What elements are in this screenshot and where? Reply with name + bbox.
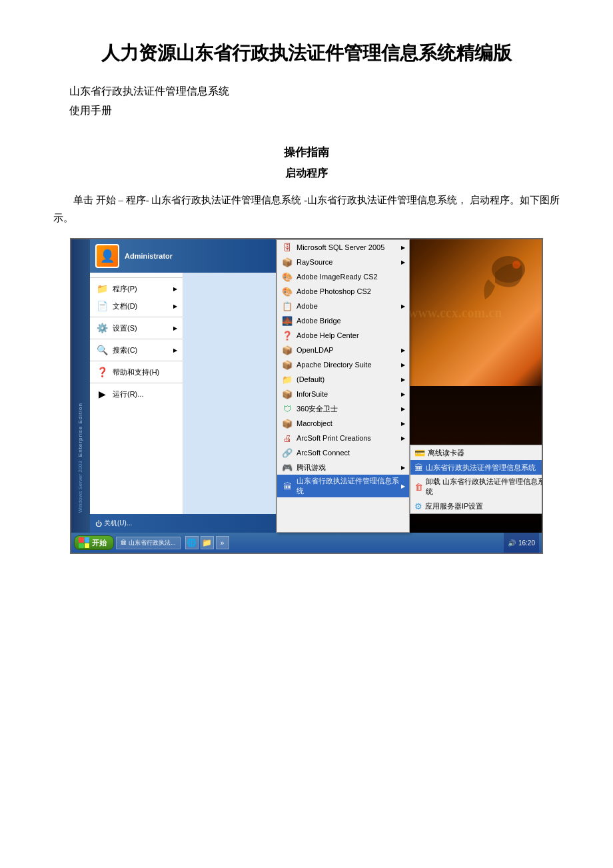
help-icon: ❓ bbox=[95, 365, 109, 379]
prog-item-tencent[interactable]: 🎮 腾讯游戏 ▶ bbox=[277, 460, 409, 475]
taskbar-tray: 🔊 16:20 bbox=[504, 533, 539, 553]
ip-setting-icon: ⚙ bbox=[414, 501, 422, 511]
sub-item-ip-setting[interactable]: ⚙ 应用服务器IP设置 bbox=[410, 499, 543, 513]
start-button[interactable]: 开始 bbox=[74, 535, 114, 550]
subtitle-1: 山东省行政执法证件管理信息系统 bbox=[69, 85, 560, 99]
start-menu-panel: 👤 Administrator 📁 程序(P) ▶ 📄 bbox=[90, 239, 277, 533]
tencent-icon: 🎮 bbox=[281, 461, 293, 473]
taskbar-more-icon[interactable]: » bbox=[216, 536, 229, 549]
start-label: 开始 bbox=[92, 538, 107, 548]
sm-top-strip: 👤 Administrator bbox=[90, 239, 276, 273]
adobe-icon: 📋 bbox=[281, 300, 293, 312]
shutdown-btn[interactable]: ⏻ 关机(U)... bbox=[95, 519, 132, 528]
prog-item-apache[interactable]: 📦 Apache Directory Suite ▶ bbox=[277, 357, 409, 372]
sm-right-col bbox=[183, 273, 276, 514]
documents-icon: 📄 bbox=[95, 299, 109, 313]
sub-item-card-reader[interactable]: 💳 离线读卡器 bbox=[410, 445, 543, 460]
prog-item-default[interactable]: 📁 (Default) ▶ bbox=[277, 372, 409, 387]
taskbar: 开始 🏛 山东省行政执法... 🌐 📁 » 🔊 16:20 bbox=[71, 533, 542, 553]
shutdown-icon: ⏻ bbox=[95, 520, 102, 527]
imageready-icon: 🎨 bbox=[281, 271, 293, 283]
prog-item-adobe[interactable]: 📋 Adobe ▶ bbox=[277, 299, 409, 313]
taskbar-browser-items: 🌐 📁 » bbox=[185, 536, 229, 549]
svg-point-1 bbox=[512, 261, 520, 269]
left-sidebar: Enterprise Edition Windows Server 2003 bbox=[71, 239, 90, 533]
sm-sep-3 bbox=[90, 339, 183, 339]
helpcenter-icon: ❓ bbox=[281, 329, 293, 341]
prog-item-imageready[interactable]: 🎨 Adobe ImageReady CS2 bbox=[277, 269, 409, 284]
sm-item-run[interactable]: ▶ 运行(R)... bbox=[90, 385, 183, 403]
prog-item-arcsoft-print[interactable]: 🖨 ArcSoft Print Creations ▶ bbox=[277, 431, 409, 445]
screenshot-inner: Enterprise Edition Windows Server 2003 👤… bbox=[71, 239, 542, 533]
sm-item-settings[interactable]: ⚙️ 设置(S) ▶ bbox=[90, 319, 183, 337]
page-container: 人力资源山东省行政执法证件管理信息系统精编版 山东省行政执法证件管理信息系统 使… bbox=[53, 40, 560, 554]
sql-icon: 🗄 bbox=[281, 241, 293, 253]
360-icon: 🛡 bbox=[281, 403, 293, 415]
run-icon: ▶ bbox=[95, 387, 109, 401]
prog-item-macro[interactable]: 📦 Macrobject ▶ bbox=[277, 416, 409, 431]
taskbar-item-icon: 🏛 bbox=[121, 539, 127, 546]
section-header-1: 操作指南 bbox=[53, 145, 560, 160]
prog-item-photoshop[interactable]: 🎨 Adobe Photoshop CS2 bbox=[277, 284, 409, 299]
taskbar-item-system[interactable]: 🏛 山东省行政执法... bbox=[116, 537, 181, 549]
sm-body: 📁 程序(P) ▶ 📄 文档(D) ▶ ⚙️ 设置(S) bbox=[90, 273, 276, 514]
arcsoft-print-icon: 🖨 bbox=[281, 432, 293, 444]
prog-item-360[interactable]: 🛡 360安全卫士 ▶ bbox=[277, 401, 409, 416]
prog-item-shandong[interactable]: 🏛 山东省行政执法证件管理信息系统 ▶ bbox=[277, 475, 409, 497]
tray-icon-1: 🔊 bbox=[508, 539, 516, 547]
prog-item-arcsoft-connect[interactable]: 🔗 ArcSoft Connect bbox=[277, 445, 409, 460]
programs-menu: 🗄 Microsoft SQL Server 2005 ▶ 📦 RaySourc… bbox=[277, 239, 410, 533]
sm-sep-2 bbox=[90, 317, 183, 317]
screenshot-wrapper: Enterprise Edition Windows Server 2003 👤… bbox=[70, 238, 543, 554]
photoshop-icon: 🎨 bbox=[281, 285, 293, 297]
windows-server-label: Windows Server 2003 bbox=[78, 461, 83, 513]
card-reader-icon: 💳 bbox=[414, 448, 425, 458]
default-icon: 📁 bbox=[281, 373, 293, 385]
macro-icon: 📦 bbox=[281, 417, 293, 429]
subtitle-2: 使用手册 bbox=[69, 104, 560, 118]
prog-item-sql[interactable]: 🗄 Microsoft SQL Server 2005 ▶ bbox=[277, 240, 409, 255]
programs-area: 🗄 Microsoft SQL Server 2005 ▶ 📦 RaySourc… bbox=[277, 239, 542, 533]
programs-icon: 📁 bbox=[95, 282, 109, 295]
sm-left-col: 📁 程序(P) ▶ 📄 文档(D) ▶ ⚙️ 设置(S) bbox=[90, 273, 183, 514]
bridge-icon: 🌉 bbox=[281, 315, 293, 327]
prog-item-inforsuite[interactable]: 📦 InforSuite ▶ bbox=[277, 387, 409, 401]
uninstall-icon: 🗑 bbox=[414, 482, 423, 492]
sm-item-search[interactable]: 🔍 搜索(C) ▶ bbox=[90, 341, 183, 359]
openldap-icon: 📦 bbox=[281, 344, 293, 356]
sub-item-uninstall[interactable]: 🗑 卸载 山东省行政执法证件管理信息系统 bbox=[410, 475, 543, 499]
windows-logo-icon bbox=[79, 537, 89, 548]
system-icon: 🏛 bbox=[414, 463, 423, 473]
sm-sep-4 bbox=[90, 361, 183, 361]
watermark-top: www.ccx.com.cn bbox=[408, 305, 502, 321]
prog-item-raysource[interactable]: 📦 RaySource ▶ bbox=[277, 255, 409, 269]
section-header-2: 启动程序 bbox=[53, 167, 560, 181]
sm-bottom-strip: ⏻ 关机(U)... bbox=[90, 514, 276, 533]
prog-item-openldap[interactable]: 📦 OpenLDAP ▶ bbox=[277, 343, 409, 357]
shandong-icon: 🏛 bbox=[281, 480, 293, 492]
body-text: 单击 开始 – 程序- 山东省行政执法证件管理信息系统 -山东省行政执法证件管理… bbox=[53, 191, 560, 227]
page-title: 人力资源山东省行政执法证件管理信息系统精编版 bbox=[53, 40, 560, 66]
prog-item-helpcenter[interactable]: ❓ Adobe Help Center bbox=[277, 328, 409, 343]
sub-item-system[interactable]: 🏛 山东省行政执法证件管理信息系统 bbox=[410, 460, 543, 475]
taskbar-explorer-icon[interactable]: 📁 bbox=[201, 536, 214, 549]
enterprise-edition-label: Enterprise Edition bbox=[78, 403, 83, 457]
arcsoft-connect-icon: 🔗 bbox=[281, 447, 293, 459]
settings-icon: ⚙️ bbox=[95, 321, 109, 335]
sm-item-documents[interactable]: 📄 文档(D) ▶ bbox=[90, 297, 183, 315]
search-icon: 🔍 bbox=[95, 343, 109, 357]
dragon-shape bbox=[468, 246, 535, 313]
sm-item-help[interactable]: ❓ 帮助和支持(H) bbox=[90, 363, 183, 381]
raysource-icon: 📦 bbox=[281, 256, 293, 268]
apache-icon: 📦 bbox=[281, 359, 293, 371]
shandong-submenu: 💳 离线读卡器 🏛 山东省行政执法证件管理信息系统 🗑 卸载 山东省行政执法证件… bbox=[410, 445, 543, 514]
sm-sep-5 bbox=[90, 383, 183, 383]
prog-item-bridge[interactable]: 🌉 Adobe Bridge bbox=[277, 313, 409, 328]
inforsuite-icon: 📦 bbox=[281, 388, 293, 400]
taskbar-ie-icon[interactable]: 🌐 bbox=[185, 536, 199, 549]
sm-avatar: 👤 bbox=[95, 244, 119, 268]
sm-item-programs[interactable]: 📁 程序(P) ▶ bbox=[90, 280, 183, 297]
sm-sep-top bbox=[90, 277, 183, 278]
tray-clock: 16:20 bbox=[518, 539, 535, 547]
